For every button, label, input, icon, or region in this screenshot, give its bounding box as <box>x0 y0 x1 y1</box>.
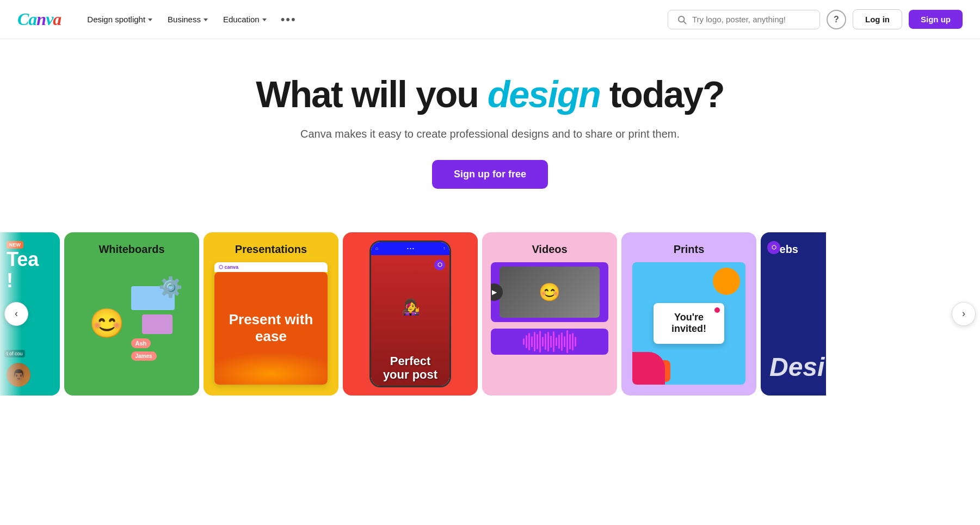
wave-bar <box>526 335 527 348</box>
phone-person: ⬡ 👩‍🎤 Perfect your post <box>371 255 449 386</box>
header-right: ? Log in Sign up <box>668 9 963 29</box>
wb-purple-rect <box>142 314 172 334</box>
phone-status-bar: ⌂ • • • ↑ <box>371 242 449 255</box>
emoji-star: ⚙️ <box>158 276 183 299</box>
websites-desi-text: Desi <box>769 354 817 380</box>
header: Canva Design spotlight Business Educatio… <box>0 0 980 39</box>
print-orange-circle <box>713 268 740 295</box>
print-pink-blob <box>632 352 665 385</box>
carousel-next-button[interactable]: › <box>952 302 976 326</box>
canva-logo-small: ⬡ <box>434 260 445 270</box>
wave-bar <box>534 332 535 351</box>
carousel-prev-button[interactable]: ‹ <box>4 302 28 326</box>
signup-free-button[interactable]: Sign up for free <box>432 160 548 189</box>
docs-badge: NEW <box>7 241 23 249</box>
prints-inner: You're invited! <box>632 262 745 385</box>
design-carousel: ‹ › NEW Tea! t of cou 👨🏾 Whiteboards 😊 ⚙… <box>0 232 980 396</box>
wave-bar <box>572 333 574 350</box>
docs-avatar: 👨🏾 <box>7 363 30 387</box>
presentations-label: Presentations <box>214 243 328 256</box>
docs-small-text: t of cou <box>4 350 25 357</box>
wave-bar <box>561 332 563 351</box>
card-whiteboards[interactable]: Whiteboards 😊 ⚙️ Ash James <box>64 232 199 396</box>
wave-bar <box>569 334 571 349</box>
phone-dots-icon: • • • <box>407 246 414 251</box>
video-person: 😊 <box>500 267 600 318</box>
help-button[interactable]: ? <box>827 10 846 29</box>
invite-card: You're invited! <box>654 303 724 344</box>
hero-title: What will you design today? <box>17 74 963 115</box>
wave-bar <box>558 335 560 349</box>
phone-mockup: ⌂ • • • ↑ ⬡ 👩‍🎤 Perfect your post <box>369 240 451 387</box>
video-thumbnail: 😊 ▶ <box>491 262 608 322</box>
card-presentations[interactable]: Presentations ⬡ canva Present with ease <box>204 232 338 396</box>
invite-text: You're invited! <box>662 312 716 335</box>
presentation-slide: Present with ease <box>214 272 328 385</box>
social-post-text: Perfect your post <box>375 355 445 381</box>
wave-bar <box>566 330 568 353</box>
nav-education[interactable]: Education <box>217 10 273 28</box>
presentation-text: Present with ease <box>221 311 321 345</box>
nav-design-spotlight[interactable]: Design spotlight <box>81 10 159 28</box>
wave-bar <box>545 333 546 350</box>
nav-business[interactable]: Business <box>161 10 214 28</box>
search-icon <box>677 15 687 24</box>
ash-name-tag: Ash <box>131 338 151 348</box>
canva-mini-header: ⬡ canva <box>214 262 328 272</box>
phone-home-icon: ⌂ <box>375 246 378 251</box>
canva-logo[interactable]: Canva <box>17 9 61 29</box>
video-thumb-inner: 😊 <box>500 267 600 318</box>
search-input[interactable] <box>692 15 811 24</box>
carousel-track: NEW Tea! t of cou 👨🏾 Whiteboards 😊 ⚙️ As… <box>0 232 980 396</box>
card-videos[interactable]: Videos 😊 ▶ <box>482 232 617 396</box>
wave-bar <box>553 331 554 352</box>
phone-share-icon: ↑ <box>443 246 445 251</box>
waveform <box>491 329 608 355</box>
wave-bar <box>556 337 557 346</box>
signup-button[interactable]: Sign up <box>909 10 963 29</box>
login-button[interactable]: Log in <box>853 9 902 29</box>
james-name-tag: James <box>131 351 157 361</box>
main-nav: Design spotlight Business Education ••• <box>81 8 652 31</box>
websites-content: Desi <box>769 262 817 385</box>
svg-line-1 <box>683 21 686 23</box>
chevron-down-icon <box>204 18 208 21</box>
wave-bar <box>523 338 525 345</box>
videos-label: Videos <box>491 243 608 256</box>
chevron-down-icon <box>148 18 152 21</box>
invite-dot <box>714 307 720 313</box>
card-prints[interactable]: Prints You're invited! <box>621 232 756 396</box>
wave-bar <box>564 336 565 347</box>
phone-content: ⬡ 👩‍🎤 Perfect your post <box>371 255 449 386</box>
card-social[interactable]: ⌂ • • • ↑ ⬡ 👩‍🎤 Perfect your post <box>343 232 478 396</box>
wave-bar <box>539 331 541 353</box>
chevron-down-icon <box>262 18 267 21</box>
websites-logo: ⬡ <box>767 241 780 254</box>
docs-text: Tea! <box>7 249 53 292</box>
hero-subtitle: Canva makes it easy to create profession… <box>17 128 963 140</box>
presentation-mock: ⬡ canva Present with ease <box>214 262 328 385</box>
whiteboards-content: 😊 ⚙️ Ash James <box>75 262 188 385</box>
whiteboards-label: Whiteboards <box>75 243 188 256</box>
prints-label: Prints <box>632 243 745 256</box>
wave-bar <box>550 336 552 348</box>
wave-bar <box>537 334 538 349</box>
card-websites[interactable]: Webs ⬡ Desi <box>761 232 826 396</box>
wave-bar <box>575 337 576 347</box>
wave-bar <box>547 332 549 351</box>
hero-section: What will you design today? Canva makes … <box>0 39 980 211</box>
wave-bar <box>528 333 530 350</box>
emoji-happy: 😊 <box>89 307 125 340</box>
search-box[interactable] <box>668 10 820 29</box>
wave-bar <box>542 337 544 347</box>
wave-bar <box>531 336 533 347</box>
nav-more-button[interactable]: ••• <box>275 8 302 31</box>
